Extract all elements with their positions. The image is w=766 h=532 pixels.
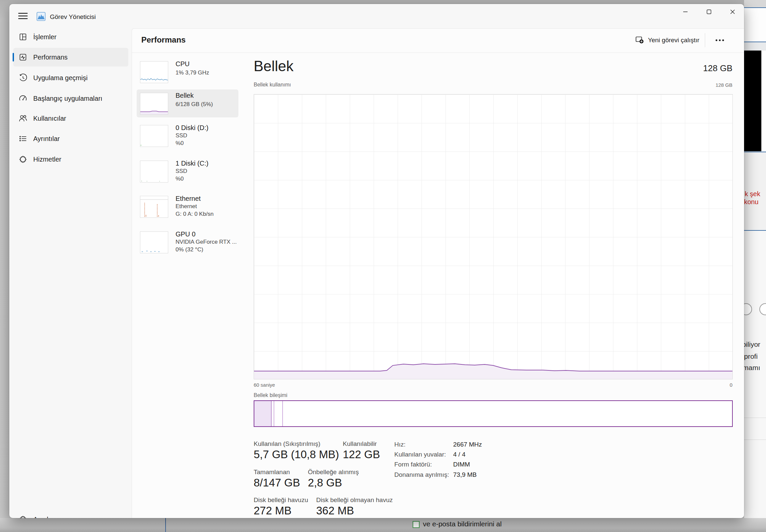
bg-blue-line <box>744 230 766 231</box>
sidebar-item-islemler[interactable]: İşlemler <box>13 28 128 46</box>
email-checkbox[interactable] <box>413 521 420 528</box>
sidebar-item-kullanicilar[interactable]: Kullanıcılar <box>13 109 128 128</box>
titlebar: Görev Yöneticisi <box>9 4 744 25</box>
details-list-icon <box>18 134 28 143</box>
info-slots-label: Kullanılan yuvalar: <box>394 451 446 458</box>
stat-cached-label: Önbelleğe alınmış <box>308 468 359 476</box>
composition-standby-divider <box>282 401 283 426</box>
run-new-task-button[interactable]: Yeni görevi çalıştır <box>632 33 703 48</box>
perf-item-gpu[interactable]: GPU 0 NVIDIA GeForce RTX ... 0% (32 °C) <box>132 230 245 260</box>
hamburger-menu-button[interactable] <box>17 11 29 21</box>
stat-used-label: Kullanılan (Sıkıştırılmış) <box>254 440 320 448</box>
stat-used-value: 5,7 GB (10,8 MB) <box>254 448 339 461</box>
sidebar-item-hizmetler[interactable]: Hizmetler <box>13 150 128 169</box>
close-button[interactable] <box>721 4 743 19</box>
memory-composition-bar <box>254 400 733 427</box>
perf-item-disk0[interactable]: 0 Diski (D:) SSD %0 <box>132 123 245 153</box>
more-options-button[interactable] <box>710 33 729 48</box>
bg-strip <box>744 8 766 42</box>
bg-red-text: k şek <box>745 190 760 198</box>
perf-item-cpu[interactable]: CPU 1% 3,79 GHz <box>132 59 245 86</box>
stat-paged-value: 272 MB <box>254 504 292 517</box>
startup-gauge-icon <box>18 94 28 103</box>
bg-divider <box>744 418 766 418</box>
content-card: Performans Yeni görevi çalıştır <box>132 28 744 518</box>
task-manager-window: Görev Yöneticisi İşlemler <box>9 4 744 518</box>
info-hw-reserved-value: 73,9 MB <box>453 471 477 478</box>
background-window-bottom-strip: ve e-posta bildirimlerini al <box>0 518 766 532</box>
settings-gear-icon <box>18 515 28 518</box>
disk1-mini-chart <box>140 161 168 183</box>
sidebar: İşlemler Performans Uygula <box>9 25 132 518</box>
stat-committed-label: Tamamlanan <box>254 468 290 476</box>
composition-label: Bellek bileşimi <box>254 392 287 398</box>
content-header: Performans Yeni görevi çalıştır <box>132 29 744 53</box>
sidebar-item-label: Hizmetler <box>33 156 61 163</box>
selected-accent-bar <box>13 53 14 62</box>
run-new-task-label: Yeni görevi çalıştır <box>648 37 700 44</box>
info-slots-value: 4 / 4 <box>453 451 465 458</box>
memory-usage-chart <box>254 94 733 379</box>
bg-vertical-divider <box>165 518 166 532</box>
stat-nonpaged-value: 362 MB <box>316 504 354 517</box>
stat-available-label: Kullanılabilir <box>343 440 377 448</box>
bg-text-fragment: biliyor <box>744 340 760 348</box>
window-title: Görev Yöneticisi <box>50 13 96 21</box>
sidebar-item-uygulama-gecmisi[interactable]: Uygulama geçmişi <box>13 68 128 87</box>
sidebar-item-label: Ayarlar <box>33 516 54 518</box>
memory-title: Bellek <box>254 58 294 74</box>
bg-text-fragment: profi <box>744 352 758 360</box>
gpu-mini-chart <box>140 231 168 253</box>
services-gear-icon <box>18 155 28 164</box>
stat-nonpaged-label: Disk belleği olmayan havuz <box>316 496 393 504</box>
perf-item-ethernet[interactable]: Ethernet Ethernet G: 0 A: 0 Kb/sn <box>132 194 245 224</box>
bg-strip <box>744 42 766 51</box>
usage-chart-label: Bellek kullanımı <box>254 82 291 88</box>
sidebar-item-label: İşlemler <box>33 33 57 41</box>
bg-divider <box>744 440 766 440</box>
perf-item-bellek[interactable]: Bellek 6/128 GB (5%) <box>132 90 245 118</box>
sidebar-item-performans[interactable]: Performans <box>13 48 128 67</box>
bg-strip <box>761 51 766 151</box>
history-clock-icon <box>18 73 28 82</box>
sidebar-item-ayarlar[interactable]: Ayarlar <box>13 510 128 518</box>
new-task-icon <box>635 36 644 45</box>
page-title: Performans <box>141 35 186 45</box>
usage-chart-max-label: 128 GB <box>715 82 732 88</box>
cpu-mini-chart <box>140 61 168 83</box>
sidebar-item-label: Uygulama geçmişi <box>33 74 87 82</box>
info-speed-label: Hız: <box>394 441 406 448</box>
info-hw-reserved-label: Donanıma ayrılmış: <box>394 471 449 478</box>
sidebar-item-ayrintilar[interactable]: Ayrıntılar <box>13 129 128 148</box>
sidebar-item-label: Performans <box>33 54 67 61</box>
header-separator <box>705 33 705 47</box>
users-icon <box>18 114 28 123</box>
ethernet-mini-chart <box>140 196 168 218</box>
sidebar-item-label: Başlangıç uygulamaları <box>33 95 102 102</box>
bg-text-fragment: mamı <box>744 364 760 372</box>
sidebar-item-baslangic[interactable]: Başlangıç uygulamaları <box>13 89 128 108</box>
stat-committed-value: 8/147 GB <box>254 476 300 489</box>
desktop: k şek konu biliyor profi mamı ve e-posta… <box>0 0 766 532</box>
memory-mini-chart <box>140 93 168 115</box>
sidebar-item-label: Ayrıntılar <box>33 135 60 143</box>
minimize-button[interactable] <box>674 4 696 19</box>
background-window-right-edge: k şek konu biliyor profi mamı <box>744 0 766 518</box>
perf-item-disk1[interactable]: 1 Diski (C:) SSD %0 <box>132 159 245 189</box>
info-speed-value: 2667 MHz <box>453 441 482 448</box>
maximize-button[interactable] <box>698 4 720 19</box>
stat-paged-label: Disk belleği havuzu <box>254 496 308 504</box>
bg-red-text: konu <box>744 198 758 206</box>
email-checkbox-label: ve e-posta bildirimlerini al <box>423 520 502 528</box>
bg-strip <box>744 0 766 7</box>
info-form-factor-label: Form faktörü: <box>394 461 432 468</box>
composition-modified-divider <box>274 401 274 426</box>
info-form-factor-value: DIMM <box>453 461 470 468</box>
disk0-mini-chart <box>140 125 168 147</box>
task-manager-app-icon <box>37 12 46 21</box>
time-end-label: 0 <box>730 382 732 388</box>
stat-available-value: 122 GB <box>343 448 380 461</box>
composition-in-use-segment <box>254 401 272 426</box>
bg-black-image <box>744 51 761 151</box>
time-span-label: 60 saniye <box>254 382 275 388</box>
